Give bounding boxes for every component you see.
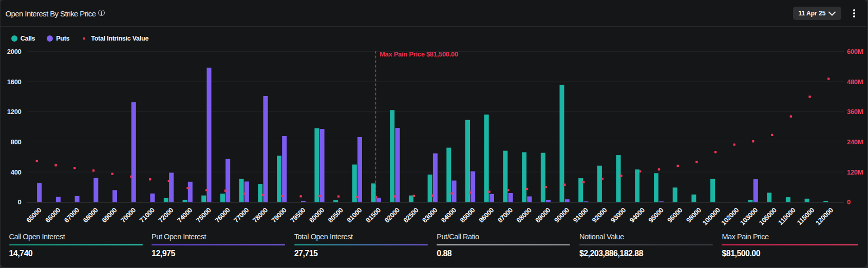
svg-text:72000: 72000 bbox=[157, 206, 175, 224]
svg-text:67000: 67000 bbox=[63, 206, 81, 224]
svg-text:85000: 85000 bbox=[459, 206, 477, 224]
svg-text:600M: 600M bbox=[847, 48, 863, 55]
svg-text:84000: 84000 bbox=[440, 206, 458, 224]
svg-text:69000: 69000 bbox=[100, 206, 118, 224]
svg-text:78000: 78000 bbox=[251, 206, 269, 224]
svg-text:86000: 86000 bbox=[477, 206, 495, 224]
svg-text:70000: 70000 bbox=[119, 206, 137, 224]
svg-text:103000: 103000 bbox=[739, 206, 759, 226]
svg-text:1200: 1200 bbox=[7, 108, 22, 116]
svg-text:68000: 68000 bbox=[82, 206, 100, 224]
svg-text:79500: 79500 bbox=[289, 206, 307, 224]
svg-text:71000: 71000 bbox=[138, 206, 156, 224]
svg-text:120000: 120000 bbox=[814, 206, 835, 226]
svg-text:110000: 110000 bbox=[777, 206, 797, 226]
svg-text:77000: 77000 bbox=[232, 206, 250, 224]
svg-text:81000: 81000 bbox=[345, 206, 363, 224]
svg-text:87000: 87000 bbox=[496, 206, 514, 224]
svg-text:91000: 91000 bbox=[572, 206, 590, 224]
svg-text:82000: 82000 bbox=[383, 206, 401, 224]
svg-text:100000: 100000 bbox=[701, 206, 722, 226]
svg-text:93000: 93000 bbox=[609, 206, 627, 224]
svg-text:81500: 81500 bbox=[364, 206, 382, 224]
svg-text:89000: 89000 bbox=[534, 206, 552, 224]
svg-text:80500: 80500 bbox=[327, 206, 345, 224]
svg-text:1600: 1600 bbox=[7, 78, 22, 86]
svg-text:74000: 74000 bbox=[176, 206, 194, 224]
svg-text:96000: 96000 bbox=[666, 206, 684, 224]
svg-text:66000: 66000 bbox=[44, 206, 62, 224]
svg-text:94000: 94000 bbox=[628, 206, 646, 224]
svg-text:102000: 102000 bbox=[720, 206, 740, 226]
svg-text:90000: 90000 bbox=[553, 206, 571, 224]
svg-text:115000: 115000 bbox=[796, 206, 816, 226]
svg-text:83000: 83000 bbox=[421, 206, 439, 224]
svg-text:400: 400 bbox=[11, 168, 22, 176]
svg-text:98000: 98000 bbox=[685, 206, 703, 224]
svg-text:0: 0 bbox=[847, 198, 851, 206]
svg-text:76000: 76000 bbox=[213, 206, 231, 224]
svg-text:105000: 105000 bbox=[758, 206, 778, 226]
svg-text:80000: 80000 bbox=[308, 206, 326, 224]
svg-text:800: 800 bbox=[11, 138, 22, 146]
svg-text:88000: 88000 bbox=[515, 206, 533, 224]
svg-text:82500: 82500 bbox=[402, 206, 420, 224]
svg-text:480M: 480M bbox=[847, 78, 863, 86]
svg-text:95000: 95000 bbox=[647, 206, 665, 224]
svg-text:79000: 79000 bbox=[270, 206, 288, 224]
svg-text:360M: 360M bbox=[847, 108, 863, 116]
svg-text:2000: 2000 bbox=[7, 48, 22, 55]
svg-text:92000: 92000 bbox=[590, 206, 608, 224]
svg-text:240M: 240M bbox=[847, 138, 863, 146]
svg-text:0: 0 bbox=[18, 198, 22, 206]
svg-text:120M: 120M bbox=[847, 168, 863, 176]
svg-text:75000: 75000 bbox=[195, 206, 213, 224]
svg-text:65000: 65000 bbox=[25, 206, 43, 224]
svg-text:Max Pain Price $81,500.00: Max Pain Price $81,500.00 bbox=[380, 50, 458, 58]
